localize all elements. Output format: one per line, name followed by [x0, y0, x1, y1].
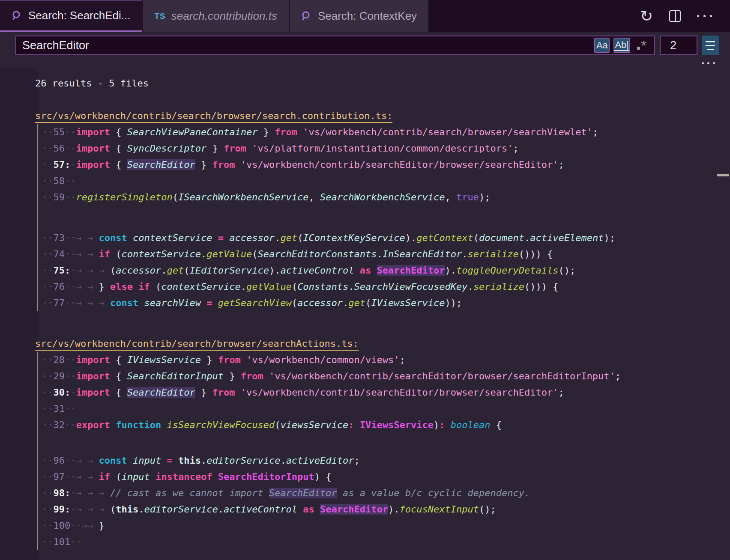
- code-line: ··55··import { SearchViewPaneContainer }…: [42, 124, 730, 140]
- toggle-search-details-button[interactable]: [702, 36, 719, 55]
- code-line: ··99:·→ → → (this.editorService.activeCo…: [42, 501, 730, 518]
- regex-toggle[interactable]: *: [634, 38, 649, 53]
- search-icon: [301, 11, 312, 22]
- code-line: ··98:·→ → → // cast as we cannot import …: [42, 485, 730, 501]
- code-line: ··100··→→ }: [42, 518, 730, 534]
- tab-bar: Search: SearchEdi... TS search.contribut…: [0, 0, 730, 32]
- split-editor-icon[interactable]: [669, 10, 681, 22]
- code-line: ··31··: [42, 401, 730, 417]
- more-actions-icon[interactable]: [697, 15, 712, 17]
- code-line: ··97··→ → if (input instanceof SearchEdi…: [42, 469, 730, 485]
- code-line: ··58··: [42, 173, 730, 189]
- typescript-icon: TS: [154, 12, 165, 21]
- search-toggles: Aa Ab| *: [594, 38, 649, 53]
- editor-actions: ↻: [640, 0, 730, 32]
- context-lines-value: 2: [670, 39, 676, 52]
- search-query-row: SearchEditor Aa Ab| * 2: [0, 32, 730, 69]
- code-line: ··57:·import { SearchEditor } from 'vs/w…: [42, 157, 730, 173]
- editor-gutter: [0, 69, 38, 560]
- file-path-link[interactable]: src/vs/workbench/contrib/search/browser/…: [35, 110, 392, 123]
- code-line: ··74··→ → if (contextService.getValue(Se…: [42, 246, 730, 262]
- file-path-heading: src/vs/workbench/contrib/search/browser/…: [35, 336, 730, 352]
- code-line: ··28··import { IViewsService } from 'vs/…: [42, 352, 730, 368]
- file-path-heading: src/vs/workbench/contrib/search/browser/…: [35, 108, 730, 124]
- code-line: ··76··→ → } else if (contextService.getV…: [42, 279, 730, 295]
- file-path-link[interactable]: src/vs/workbench/contrib/search/browser/…: [35, 338, 359, 351]
- code-line: ··101··: [42, 534, 730, 550]
- code-line: ··73··→ → const contextService = accesso…: [42, 230, 730, 246]
- whole-word-icon: Ab|: [614, 40, 629, 51]
- code-line: ··59··registerSingleton(ISearchWorkbench…: [42, 189, 730, 206]
- code-line: ··56··import { SyncDescriptor } from 'vs…: [42, 140, 730, 157]
- file-result-block: ··28··import { IViewsService } from 'vs/…: [37, 352, 730, 550]
- overview-ruler-match-mark: [717, 174, 729, 176]
- results-summary: 26 results - 5 files: [35, 75, 730, 92]
- tab-label: Search: SearchEdi...: [28, 9, 130, 22]
- code-line: ··96··→ → const input = this.editorServi…: [42, 453, 730, 469]
- search-results-editor: 26 results - 5 files src/vs/workbench/co…: [0, 69, 730, 560]
- match-case-toggle[interactable]: Aa: [594, 38, 610, 53]
- three-bars-icon: [706, 41, 715, 42]
- search-input[interactable]: SearchEditor Aa Ab| *: [15, 36, 655, 55]
- tab-label: Search: ContextKey: [318, 9, 417, 23]
- code-line: ··32··export function isSearchViewFocuse…: [42, 417, 730, 433]
- code-line: ··29··import { SearchEditorInput } from …: [42, 368, 730, 384]
- file-result-block: ··55··import { SearchViewPaneContainer }…: [37, 124, 730, 311]
- code-line: ··30:·import { SearchEditor } from 'vs/w…: [42, 384, 730, 401]
- search-query-text[interactable]: SearchEditor: [22, 39, 594, 52]
- tab-search-contribution-ts[interactable]: TS search.contribution.ts: [143, 0, 288, 32]
- context-lines-input[interactable]: 2: [660, 36, 697, 55]
- refresh-icon[interactable]: ↻: [640, 9, 653, 24]
- regex-icon: [637, 47, 640, 50]
- tab-search-searcheditor[interactable]: Search: SearchEdi...: [0, 0, 142, 32]
- search-icon: [12, 10, 23, 21]
- tab-search-contextkey[interactable]: Search: ContextKey: [290, 0, 428, 32]
- search-more-button[interactable]: [702, 62, 715, 64]
- code-line: ··77··→ → → const searchView = getSearch…: [42, 295, 730, 311]
- results-area: 26 results - 5 files src/vs/workbench/co…: [35, 69, 730, 550]
- tab-label: search.contribution.ts: [171, 9, 277, 23]
- code-line: ··75:·→ → → (accessor.get(IEditorService…: [42, 262, 730, 279]
- whole-word-toggle[interactable]: Ab|: [613, 38, 630, 53]
